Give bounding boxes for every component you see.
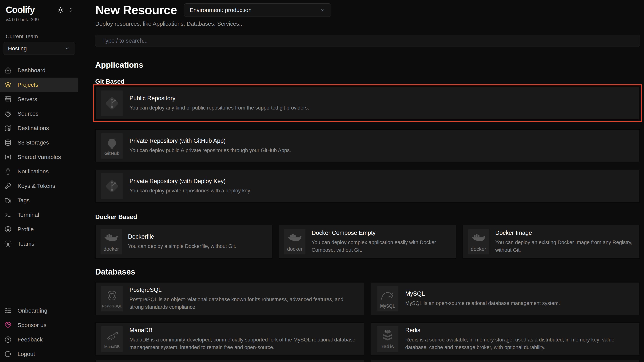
sidebar-item-projects[interactable]: Projects: [0, 78, 78, 92]
card-description: You can deploy private repositories with…: [130, 187, 634, 195]
sidebar-item-label: Profile: [18, 226, 34, 232]
card-mysql[interactable]: MySQL MySQL MySQL is an open-source rela…: [371, 282, 640, 315]
card-mariadb[interactable]: MariaDB MariaDB MariaDB is a community-d…: [95, 323, 364, 356]
card-title: MySQL: [405, 290, 634, 297]
sidebar-item-label: Destinations: [18, 125, 49, 131]
postgresql-logo: PostgreSQL: [101, 286, 123, 311]
layers-icon: [4, 81, 12, 89]
card-text: MySQL MySQL is an open-source relational…: [405, 290, 634, 307]
card-description: PostgreSQL is an object-relational datab…: [130, 296, 358, 311]
mariadb-logo: MariaDB: [101, 326, 123, 352]
subsection-title-docker-based: Docker Based: [95, 213, 640, 220]
mariadb-logo-icon: [104, 330, 120, 344]
help-circle-icon: [4, 336, 12, 343]
mysql-logo: MySQL: [377, 286, 398, 311]
sidebar-item-logout[interactable]: Logout: [0, 347, 78, 361]
sidebar-item-label: Teams: [18, 240, 34, 247]
environment-select[interactable]: Environment: production: [184, 3, 331, 17]
docker-logo: docker: [284, 229, 306, 254]
key-icon: [4, 182, 12, 190]
variable-icon: [4, 153, 12, 161]
sidebar-item-s3-storages[interactable]: S3 Storages: [0, 135, 78, 150]
sidebar-item-label: Projects: [18, 82, 38, 88]
logout-icon: [4, 350, 12, 358]
sidebar-item-destinations[interactable]: Destinations: [0, 121, 78, 135]
database-icon: [4, 139, 12, 146]
card-public-repository[interactable]: Public Repository You can deploy any kin…: [95, 87, 640, 120]
sidebar-item-terminal[interactable]: Terminal: [0, 208, 78, 222]
docker-logo-label: docker: [471, 247, 486, 252]
page-header: New Resource Environment: production: [95, 3, 640, 17]
font-size-updown-icon[interactable]: [68, 7, 74, 13]
github-logo: GitHub: [101, 133, 123, 159]
card-title: MariaDB: [130, 327, 358, 334]
git-branch-icon: [4, 110, 12, 118]
sidebar-item-label: Logout: [18, 351, 35, 357]
sidebar-item-keys-tokens[interactable]: Keys & Tokens: [0, 179, 78, 193]
sidebar-item-servers[interactable]: Servers: [0, 92, 78, 106]
card-partially-visible[interactable]: [371, 360, 640, 362]
docker-logo-label: docker: [104, 247, 119, 252]
card-text: MariaDB MariaDB is a community-developed…: [130, 327, 358, 351]
team-select[interactable]: Hosting: [3, 42, 75, 55]
sidebar: Coolify v4.0.0-beta.399 Current Team Hos…: [0, 0, 82, 362]
chevron-down-icon: [320, 7, 326, 13]
sidebar-item-profile[interactable]: Profile: [0, 222, 78, 236]
map-icon: [4, 124, 12, 132]
card-partially-visible[interactable]: [95, 360, 364, 362]
card-dockerfile[interactable]: docker Dockerfile You can deploy a simpl…: [95, 225, 272, 259]
card-title: Docker Compose Empty: [312, 229, 451, 236]
sidebar-item-dashboard[interactable]: Dashboard: [0, 63, 78, 78]
sidebar-item-notifications[interactable]: Notifications: [0, 164, 78, 179]
card-text: PostgreSQL PostgreSQL is an object-relat…: [130, 287, 358, 311]
checklist-icon: [4, 307, 12, 315]
card-title: Private Repository (with GitHub App): [130, 138, 634, 144]
database-cards-row-1: PostgreSQL PostgreSQL PostgreSQL is an o…: [95, 282, 640, 315]
sidebar-item-label: S3 Storages: [18, 139, 49, 146]
sidebar-item-tags[interactable]: Tags: [0, 193, 78, 208]
theme-toggle-sun-icon[interactable]: [57, 6, 64, 13]
card-description: You can deploy a simple Dockerfile, with…: [128, 242, 267, 250]
card-title: Dockerfile: [128, 233, 267, 240]
card-private-repository-deploy-key[interactable]: Private Repository (with Deploy Key) You…: [95, 170, 640, 203]
mysql-logo-label: MySQL: [380, 304, 395, 308]
sidebar-item-label: Tags: [18, 197, 30, 204]
card-text: Private Repository (with Deploy Key) You…: [130, 178, 634, 195]
card-docker-image[interactable]: docker Docker Image You can deploy an ex…: [462, 225, 640, 259]
git-logo-icon: [103, 177, 121, 195]
card-text: Private Repository (with GitHub App) You…: [130, 138, 634, 154]
card-private-repository-github-app[interactable]: GitHub Private Repository (with GitHub A…: [95, 129, 640, 162]
card-description: You can deploy an existing Docker Image …: [495, 239, 634, 254]
card-description: MySQL is an open-source relational datab…: [405, 299, 634, 307]
heart-handshake-icon: [4, 321, 12, 329]
main-content: New Resource Environment: production Dep…: [82, 0, 644, 362]
database-cards-row-2: MariaDB MariaDB MariaDB is a community-d…: [95, 323, 640, 356]
card-redis[interactable]: redis Redis Redis is a source-available,…: [371, 323, 640, 356]
search-input[interactable]: [102, 37, 633, 44]
mysql-logo-icon: [380, 289, 396, 303]
card-description: MariaDB is a community-developed, commer…: [130, 336, 358, 351]
sidebar-item-label: Servers: [18, 96, 37, 102]
page-title: New Resource: [95, 3, 177, 17]
sidebar-item-sponsor-us[interactable]: Sponsor us: [0, 318, 78, 332]
card-docker-compose-empty[interactable]: docker Docker Compose Empty You can depl…: [279, 225, 456, 259]
search-bar: [95, 35, 640, 47]
sidebar-item-teams[interactable]: Teams: [0, 236, 78, 251]
bell-icon: [4, 168, 12, 175]
sidebar-item-label: Onboarding: [18, 307, 48, 314]
sidebar-item-label: Keys & Tokens: [18, 183, 55, 189]
sidebar-item-feedback[interactable]: Feedback: [0, 332, 78, 347]
github-logo-icon: [104, 136, 120, 150]
server-icon: [4, 95, 12, 103]
sidebar-item-onboarding[interactable]: Onboarding: [0, 303, 78, 318]
sidebar-item-shared-variables[interactable]: Shared Variables: [0, 150, 78, 164]
redis-logo-label: redis: [382, 344, 394, 349]
home-icon: [4, 67, 12, 74]
card-title: Public Repository: [130, 95, 634, 102]
card-text: Docker Image You can deploy an existing …: [495, 229, 634, 254]
card-text: Public Repository You can deploy any kin…: [130, 95, 634, 112]
card-postgresql[interactable]: PostgreSQL PostgreSQL PostgreSQL is an o…: [95, 282, 364, 315]
docker-logo-label: docker: [287, 247, 302, 252]
sidebar-item-sources[interactable]: Sources: [0, 106, 78, 121]
card-text: Dockerfile You can deploy a simple Docke…: [128, 233, 267, 250]
